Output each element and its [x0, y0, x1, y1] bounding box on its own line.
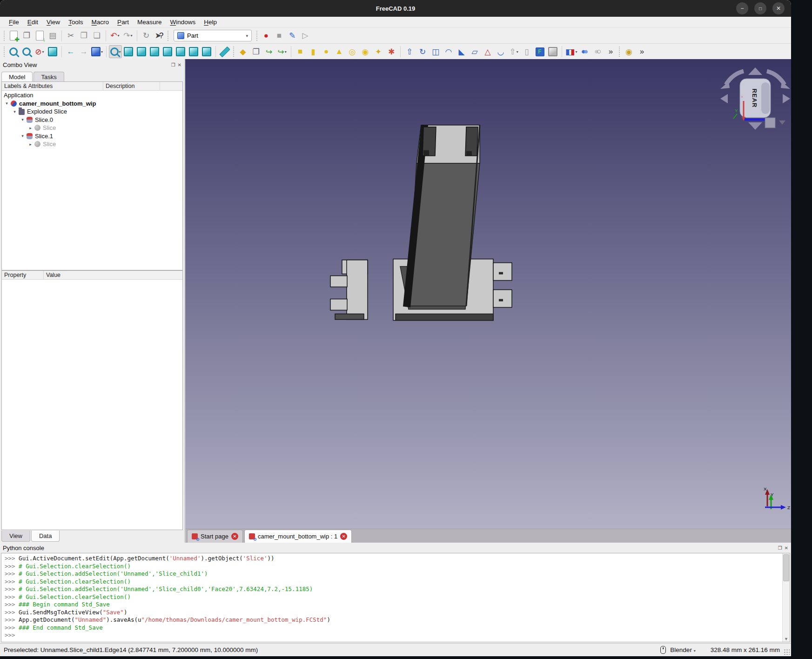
fit-selection-button[interactable]: [20, 45, 33, 58]
mirror-button[interactable]: ◫: [429, 45, 442, 58]
tab-model[interactable]: Model: [1, 72, 33, 82]
export-step-button[interactable]: ↪: [262, 45, 275, 58]
print-button[interactable]: ▤: [46, 29, 59, 42]
tab-data[interactable]: Data: [31, 531, 60, 542]
menu-file[interactable]: File: [5, 18, 23, 27]
toolbar-drag-handle[interactable]: [256, 30, 258, 41]
undock-icon[interactable]: ❐: [171, 62, 175, 67]
cut-button[interactable]: ✂: [64, 29, 77, 42]
refresh-button[interactable]: ↻: [140, 29, 153, 42]
3d-viewport[interactable]: REAR × Y Z: [185, 59, 791, 529]
view-rear-button[interactable]: [174, 45, 187, 58]
tree-item-slice-0[interactable]: ▾Slice.0: [2, 116, 182, 124]
part-primitives-button[interactable]: ✱: [385, 45, 398, 58]
tree-header-labels[interactable]: Labels & Attributes: [2, 82, 103, 90]
toolbar-drag-handle[interactable]: [618, 46, 621, 57]
selection-view-button[interactable]: [46, 45, 59, 58]
property-header-value[interactable]: Value: [44, 271, 182, 279]
tree-item-slice[interactable]: ▸Slice: [2, 140, 182, 148]
boolean-union-button[interactable]: ●●: [578, 45, 591, 58]
save-document-button[interactable]: ↓: [33, 29, 46, 42]
tree-header-description[interactable]: Description: [103, 82, 160, 90]
part-cone-button[interactable]: ▲: [333, 45, 346, 58]
menu-measure[interactable]: Measure: [133, 18, 166, 27]
scrollbar-thumb[interactable]: [783, 554, 789, 581]
close-panel-icon[interactable]: ✕: [785, 545, 788, 551]
nav-style-selector[interactable]: Blender ▾: [670, 646, 695, 653]
menu-view[interactable]: View: [42, 18, 64, 27]
close-panel-icon[interactable]: ✕: [178, 62, 181, 67]
thickness-button[interactable]: ▯: [520, 45, 533, 58]
collapse-arrow-icon[interactable]: ▾: [20, 117, 26, 122]
undock-icon[interactable]: ❐: [778, 545, 782, 551]
undo-button[interactable]: ↶▾: [108, 29, 121, 42]
document-tab-camer-mount-bottom-wip-1[interactable]: camer_mount_bottom_wip : 1✕: [244, 530, 352, 543]
toolbar-extension-2-button[interactable]: »: [635, 45, 648, 58]
measure-linear-button[interactable]: ◉: [622, 45, 635, 58]
close-button[interactable]: ✕: [772, 2, 785, 14]
boolean-common-button[interactable]: ●○: [591, 45, 604, 58]
redo-button[interactable]: ↷▾: [121, 29, 134, 42]
tree-item-exploded-slice[interactable]: ▾Exploded Slice: [2, 108, 182, 116]
chamfer-button[interactable]: ◣: [455, 45, 468, 58]
view-rotation-button[interactable]: ▾: [90, 45, 104, 58]
export-options-button[interactable]: ↪▾: [275, 45, 289, 58]
refine-shape-button[interactable]: [546, 45, 559, 58]
part-cylinder-button[interactable]: ▮: [307, 45, 320, 58]
python-console-output[interactable]: >>> Gui.ActiveDocument.setEdit(App.getDo…: [1, 553, 790, 642]
box-zoom-button[interactable]: ▾: [109, 45, 122, 58]
toolbar-drag-handle[interactable]: [233, 46, 235, 57]
revolve-button[interactable]: ↻: [416, 45, 429, 58]
copy-button[interactable]: ❐: [77, 29, 90, 42]
fillet-button[interactable]: ◠: [442, 45, 455, 58]
create-part-button[interactable]: ◆: [236, 45, 249, 58]
collapse-arrow-icon[interactable]: ▾: [4, 101, 10, 106]
fit-all-button[interactable]: [7, 45, 20, 58]
menu-macro[interactable]: Macro: [87, 18, 114, 27]
sweep-button[interactable]: ◡: [494, 45, 507, 58]
draw-style-button[interactable]: ⊘▾: [33, 45, 46, 58]
toolbar-drag-handle[interactable]: [3, 46, 6, 57]
ruled-surface-button[interactable]: ▱: [468, 45, 481, 58]
whats-this-button[interactable]: ➤?: [153, 29, 166, 42]
part-tube-button[interactable]: ◉: [359, 45, 372, 58]
boolean-operation-button[interactable]: ◧▮▾: [564, 45, 578, 58]
document-tab-start-page[interactable]: Start page✕: [187, 530, 243, 543]
minimize-button[interactable]: −: [736, 2, 748, 14]
paste-button[interactable]: ❏: [90, 29, 103, 42]
measure-distance-button[interactable]: [218, 45, 231, 58]
tab-view[interactable]: View: [1, 531, 30, 542]
open-document-button[interactable]: ❐: [20, 29, 33, 42]
macro-record-button[interactable]: ●: [260, 29, 273, 42]
expand-arrow-icon[interactable]: ▸: [27, 126, 34, 130]
extrude-button[interactable]: ⇧: [403, 45, 416, 58]
menu-help[interactable]: Help: [200, 18, 221, 27]
view-top-button[interactable]: [148, 45, 161, 58]
macro-play-button[interactable]: ▷: [299, 29, 312, 42]
tree-item-camer-mount-bottom-wip[interactable]: ▾camer_mount_bottom_wip: [2, 100, 182, 108]
navigate-forward-button[interactable]: →: [77, 45, 90, 58]
view-right-button[interactable]: [161, 45, 174, 58]
console-scrollbar[interactable]: ▼: [782, 553, 790, 642]
menu-edit[interactable]: Edit: [23, 18, 42, 27]
menu-tools[interactable]: Tools: [64, 18, 87, 27]
convert-to-solid-button[interactable]: F: [533, 45, 546, 58]
resize-grip[interactable]: [784, 649, 790, 655]
part-sphere-button[interactable]: ●: [320, 45, 333, 58]
workbench-selector[interactable]: Part▾: [174, 30, 252, 41]
shape-builder-button[interactable]: ✦: [372, 45, 385, 58]
view-front-button[interactable]: [135, 45, 148, 58]
view-bottom-button[interactable]: [187, 45, 200, 58]
menu-part[interactable]: Part: [113, 18, 133, 27]
navigate-back-button[interactable]: ←: [64, 45, 77, 58]
close-tab-icon[interactable]: ✕: [231, 533, 238, 540]
expand-arrow-icon[interactable]: ▸: [27, 142, 34, 147]
view-axonometric-button[interactable]: [122, 45, 135, 58]
tree-item-slice-1[interactable]: ▾Slice.1: [2, 132, 182, 141]
view-left-button[interactable]: [200, 45, 213, 58]
macro-stop-button[interactable]: ■: [273, 29, 286, 42]
part-torus-button[interactable]: ◎: [346, 45, 359, 58]
property-header-property[interactable]: Property: [2, 271, 44, 279]
tree-item-application[interactable]: Application: [2, 91, 182, 100]
part-box-button[interactable]: ■: [294, 45, 307, 58]
